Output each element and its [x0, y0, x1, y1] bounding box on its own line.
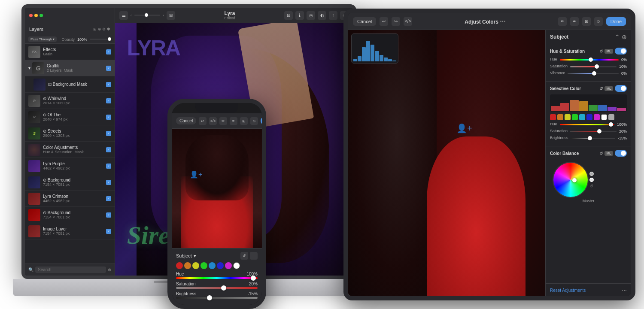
layer-visible-effects[interactable] [106, 49, 111, 55]
ipad-expand-icon[interactable]: ⌃ [615, 33, 620, 40]
sel-hue-slider[interactable] [560, 124, 614, 125]
layer-bgmask[interactable]: ⊡ Background Mask [25, 76, 115, 93]
layer-visible-whirlwind[interactable] [106, 98, 111, 103]
color-bal-reset-btn[interactable]: ↺ [589, 184, 594, 188]
ipad-smiley-icon[interactable]: ☺ [594, 17, 603, 26]
share-icon[interactable]: ↑ [329, 11, 337, 20]
sidebar-toggle-icon[interactable]: ☰ [119, 11, 128, 20]
iphone-swatch-green[interactable] [200, 262, 207, 269]
ipad-pencil-icon[interactable]: ✒ [570, 17, 579, 26]
sel-sat-slider[interactable] [570, 131, 617, 132]
reset-more-icon[interactable]: ··· [622, 287, 627, 294]
layer-visible-streets[interactable] [106, 131, 111, 136]
iphone-subject-reset-icon[interactable]: ↺ [240, 252, 248, 260]
swatch-blue[interactable] [586, 114, 592, 120]
layer-coloradj[interactable]: Color Adjustments Hue & Saturation Mask [25, 142, 115, 158]
iphone-subject-more-icon[interactable]: ··· [250, 252, 258, 260]
iphone-code-icon[interactable]: </> [209, 117, 217, 125]
reset-adjustments-button[interactable]: Reset Adjustments [550, 288, 586, 293]
iphone-pencil-icon[interactable]: ✒ [230, 117, 237, 125]
iphone-swatch-yellow[interactable] [192, 262, 199, 269]
ipad-done-button[interactable]: Done [606, 17, 626, 26]
color-bal-toggle[interactable] [615, 150, 627, 157]
sel-color-reset-icon[interactable]: ↺ [599, 86, 603, 91]
ipad-code-icon[interactable]: </> [404, 17, 412, 26]
layer-visible-bgmask[interactable] [106, 82, 111, 87]
close-btn[interactable] [29, 14, 33, 17]
layers-icon[interactable]: ⊟ [284, 11, 293, 20]
vibrance-slider[interactable] [568, 73, 619, 74]
minimize-btn[interactable] [34, 14, 38, 17]
layer-background2[interactable]: ⊙ Background 7154 × 7081 px [25, 207, 115, 223]
sel-bri-slider[interactable] [571, 138, 615, 139]
ipad-grid-icon[interactable]: ⊞ [582, 17, 591, 26]
iphone-swatch-purple[interactable] [225, 262, 232, 269]
iphone-swatch-orange[interactable] [184, 262, 191, 269]
arrange-icon[interactable]: ⊞ [167, 11, 175, 20]
color-bal-reset-icon[interactable]: ↺ [599, 151, 603, 156]
layer-visible-lyracrimson[interactable] [106, 196, 111, 201]
layer-ofthe[interactable]: N ⊙ Of The 2048 × 974 px [25, 109, 115, 125]
hue-sat-reset-icon[interactable]: ↺ [599, 49, 603, 54]
iphone-hue-track[interactable] [176, 277, 258, 279]
mask-icon[interactable]: ◎ [307, 11, 315, 20]
layer-visible-coloradj[interactable] [106, 147, 111, 152]
iphone-sat-track[interactable] [176, 287, 258, 289]
color-icon[interactable]: ◐ [318, 11, 326, 20]
layer-visible-ofthe[interactable] [106, 115, 111, 120]
swatch-white[interactable] [601, 114, 607, 120]
sel-color-toggle[interactable] [615, 85, 627, 92]
iphone-undo-icon[interactable]: ↩ [199, 117, 207, 125]
zoom-slider[interactable] [134, 15, 160, 16]
iphone-pen-icon[interactable]: ✏ [219, 117, 227, 125]
document-title: Lyra [175, 11, 284, 16]
search-options-icon[interactable]: ⊕ [108, 267, 111, 272]
layer-visible-lyrapurple[interactable] [106, 164, 111, 169]
layer-lyrapurple[interactable]: Lyra Purple 4462 × 4962 px [25, 158, 115, 174]
ipad-ellipsis-icon[interactable]: ··· [500, 18, 505, 25]
swatch-orange[interactable] [557, 114, 563, 120]
swatch-cyan[interactable] [579, 114, 585, 120]
ipad-pen-icon[interactable]: ✏ [558, 17, 567, 26]
layer-visible-background[interactable] [106, 180, 111, 185]
opacity-slider[interactable] [90, 39, 111, 40]
swatch-green[interactable] [572, 114, 578, 120]
ipad-redo-icon[interactable]: ↪ [392, 17, 400, 26]
iphone-swatch-blue[interactable] [217, 262, 224, 269]
layer-streets[interactable]: S ⊙ Streets 2909 × 1303 px [25, 125, 115, 142]
saturation-slider[interactable] [570, 66, 617, 67]
hue-slider[interactable] [560, 59, 619, 61]
ipad-cancel-button[interactable]: Cancel [353, 17, 376, 26]
blend-selector[interactable]: Pass Through ▾ [28, 36, 57, 42]
swatch-yellow[interactable] [565, 114, 571, 120]
layer-visible-background2[interactable] [106, 212, 111, 218]
layer-background[interactable]: ⊙ Background 7154 × 7081 px [25, 174, 115, 191]
maximize-btn[interactable] [39, 14, 43, 17]
iphone-chevron-down-icon[interactable]: ▾ [194, 253, 196, 259]
iphone-cancel-button[interactable]: Cancel [176, 117, 196, 124]
search-input[interactable] [35, 267, 106, 273]
layer-whirlwind[interactable]: W ⊙ Whirlwind 2014 × 1060 px [25, 93, 115, 109]
layer-expand-graffiti[interactable]: ▾ [28, 66, 30, 70]
layer-graffiti[interactable]: ▾ G Graffiti 2 Layers Mask [25, 60, 115, 76]
swatch-purple[interactable] [594, 114, 600, 120]
layer-visible-graffiti[interactable] [106, 66, 111, 71]
iphone-smiley-icon[interactable]: ☺ [250, 117, 258, 125]
info-icon[interactable]: ℹ [295, 11, 304, 20]
layer-imagelayer[interactable]: Image Layer 7154 × 7081 px [25, 223, 115, 239]
color-wheel[interactable] [553, 163, 588, 197]
swatch-red[interactable] [550, 114, 556, 120]
ipad-add-icon[interactable]: ⊕ [622, 33, 627, 40]
hue-sat-toggle[interactable] [615, 48, 627, 55]
iphone-swatch-red[interactable] [176, 262, 183, 269]
iphone-swatch-white[interactable] [233, 262, 240, 269]
layer-visible-imagelayer[interactable] [106, 229, 111, 234]
iphone-swatch-cyan[interactable] [209, 262, 216, 269]
iphone-grid-icon[interactable]: ⊞ [240, 117, 248, 125]
iphone-bri-track[interactable] [176, 297, 258, 299]
layer-lyracrimson[interactable]: Lyra Crimson 4462 × 4962 px [25, 191, 115, 207]
swatch-gray[interactable] [608, 114, 614, 120]
layer-effects[interactable]: FX Effects Grain [25, 44, 115, 60]
ipad-undo-icon[interactable]: ↩ [380, 17, 388, 26]
iphone-done-button[interactable]: Done [261, 117, 262, 124]
